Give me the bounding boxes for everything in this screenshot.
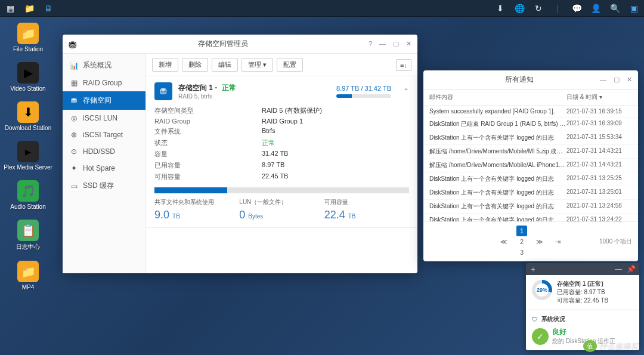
window-header[interactable]: 所有通知 — ▢ ✕ <box>423 70 638 89</box>
page-3[interactable]: 3 <box>516 247 527 258</box>
notif-msg: DiskStation 上有一个含有关键字 logged 的日志 <box>429 189 566 197</box>
config-button[interactable]: 配置 <box>277 58 303 72</box>
desktop-icon-mp4[interactable]: 📁 MP4 <box>7 261 49 291</box>
apps-icon[interactable]: ▦ <box>5 3 16 14</box>
sidebar-item-存储空间[interactable]: ⛃ 存储空间 <box>63 91 145 110</box>
col-content[interactable]: 邮件内容 <box>429 93 566 101</box>
desktop-icon-download-station[interactable]: ⬇ Download Station <box>7 101 49 131</box>
create-button[interactable]: 新增 <box>152 58 178 72</box>
notification-row[interactable]: DiskStation 上有一个含有关键字 logged 的日志 2021-07… <box>423 172 638 186</box>
sidebar-item-系统概况[interactable]: 📊 系统概况 <box>63 56 145 75</box>
add-icon[interactable]: ＋ <box>530 264 537 274</box>
storage-content: 新增 删除 编辑 管理 ▾ 配置 ≡↓ ⛃ 存储空间 1 - 正常 <box>146 54 417 273</box>
monitor-icon[interactable]: 🖥 <box>43 3 54 14</box>
sidebar-item-Hot Spare[interactable]: ✦ Hot Spare <box>63 160 145 177</box>
globe-icon[interactable]: 🌐 <box>514 3 525 14</box>
volume-sub: RAID 5, btrfs <box>178 93 236 100</box>
notif-msg: System successfully expanded [RAID Group… <box>429 108 566 115</box>
notification-row[interactable]: 解压缩 /home/Drive/Moments/Mobile/AL iPhone… <box>423 159 638 172</box>
minimize-icon[interactable]: — <box>379 40 386 48</box>
delete-button[interactable]: 删除 <box>182 58 208 72</box>
notification-row[interactable]: System successfully expanded [RAID Group… <box>423 106 638 118</box>
toolbar: 新增 删除 编辑 管理 ▾ 配置 ≡↓ <box>146 54 417 76</box>
sidebar-item-SSD 缓存[interactable]: ▭ SSD 缓存 <box>63 177 145 195</box>
volume-icon: ⛃ <box>154 82 172 100</box>
pager-last-icon[interactable]: ⇥ <box>552 236 563 247</box>
volume-usage: 8.97 TB / 31.42 TB <box>336 85 391 98</box>
desktop-icon-日志中心[interactable]: 📋 日志中心 <box>7 220 49 251</box>
icon-image: 📋 <box>17 220 39 241</box>
sidebar-label: HDD/SSD <box>83 147 115 156</box>
icon-label: Plex Media Server <box>4 164 52 171</box>
pin-icon[interactable]: 📌 <box>627 265 636 273</box>
notif-ts: 2021-07-31 16:39:15 <box>566 108 632 115</box>
col-date[interactable]: 日期 & 时间 ▾ <box>566 93 632 101</box>
desktop-icon-video-station[interactable]: ▶ Video Station <box>7 62 49 92</box>
maximize-icon[interactable]: ▢ <box>614 76 620 84</box>
kv-key: 可用容量 <box>154 172 262 181</box>
window-header[interactable]: ⛃ 存储空间管理员 ? — ▢ ✕ <box>63 35 417 54</box>
pager: ≪ 1 2 3 ≫ ⇥ 1000 个项目 <box>423 221 638 261</box>
desktop-icon-plex-media-server[interactable]: ▸ Plex Media Server <box>7 141 49 171</box>
sidebar-item-HDD/SSD[interactable]: ⊙ HDD/SSD <box>63 143 145 160</box>
app-icon: ⛃ <box>69 39 78 49</box>
sidebar-label: 系统概况 <box>83 60 112 70</box>
sidebar-item-iSCSI Target[interactable]: ⊕ iSCSI Target <box>63 126 145 143</box>
close-icon[interactable]: ✕ <box>627 76 632 84</box>
notif-ts: 2021-07-31 13:25:01 <box>566 189 632 197</box>
stat-label: 共享文件夹和系统使用 <box>154 198 239 206</box>
desktop-icon-audio-station[interactable]: 🎵 Audio Station <box>7 180 49 210</box>
icon-image: ⬇ <box>17 101 39 123</box>
icon-image: 📁 <box>17 261 39 282</box>
notif-msg: DiskStation 上有一个含有关键字 logged 的日志 <box>429 134 566 142</box>
check-icon: ✓ <box>532 328 549 345</box>
folder-icon[interactable]: 📁 <box>24 3 35 14</box>
stats-row: 共享文件夹和系统使用 9.0 TB LUN（一般文件） 0 Bytes 可用容量… <box>154 195 409 221</box>
refresh-icon[interactable]: ↻ <box>533 3 544 14</box>
edit-button[interactable]: 编辑 <box>212 58 238 72</box>
search-icon[interactable]: 🔍 <box>609 3 620 14</box>
kv-row: 容量 31.42 TB <box>154 149 409 160</box>
help-icon[interactable]: ? <box>369 40 372 48</box>
notification-row[interactable]: DiskStation 上有一个含有关键字 logged 的日志 2021-07… <box>423 214 638 221</box>
sidebar-item-iSCSI LUN[interactable]: ◎ iSCSI LUN <box>63 110 145 126</box>
notification-row[interactable]: 解压缩 /home/Drive/Moments/Mobile/MI 5.zip … <box>423 145 638 159</box>
notification-row[interactable]: DiskStation 上有一个含有关键字 logged 的日志 2021-07… <box>423 186 638 200</box>
chat-icon[interactable]: 💬 <box>571 3 582 14</box>
pager-first-icon[interactable]: ≪ <box>499 236 509 247</box>
user-icon[interactable]: 👤 <box>590 3 601 14</box>
close-icon[interactable]: ✕ <box>406 40 411 48</box>
maximize-icon[interactable]: ▢ <box>393 40 399 48</box>
health-status: 良好 <box>552 327 615 337</box>
widget-header[interactable]: ＋ — 📌 <box>526 263 639 275</box>
health-sub: 您的 DiskStation 运作正 <box>552 337 615 345</box>
notification-row[interactable]: DiskStation 上有一个含有关键字 logged 的日志 2021-07… <box>423 131 638 145</box>
sidebar-label: iSCSI Target <box>83 131 123 139</box>
storage-widget[interactable]: 29% 存储空间 1 (正常) 已用容量: 8.97 TB 可用容量: 22.4… <box>526 275 639 310</box>
desktop-icon-file-station[interactable]: 📁 File Station <box>7 23 49 53</box>
sidebar-item-RAID Group[interactable]: ▦ RAID Group <box>63 75 145 91</box>
pager-next-icon[interactable]: ≫ <box>534 236 545 247</box>
icon-label: Video Station <box>10 85 45 92</box>
sidebar-icon: 📊 <box>70 61 78 70</box>
page-1[interactable]: 1 <box>516 226 527 236</box>
donut-percent: 29% <box>535 283 549 297</box>
chevron-up-icon[interactable]: ⌃ <box>403 87 409 95</box>
health-widget[interactable]: 🛡 系统状况 ✓ 良好 您的 DiskStation 运作正 <box>526 310 639 350</box>
widgets-icon[interactable]: ▣ <box>628 3 639 14</box>
kv-row: 存储空间类型 RAID 5 (有数据保护) <box>154 105 409 116</box>
notification-list: System successfully expanded [RAID Group… <box>423 106 638 221</box>
download-icon[interactable]: ⬇ <box>495 3 506 14</box>
minimize-icon[interactable]: — <box>615 265 622 273</box>
sidebar-icon: ⊕ <box>70 131 78 139</box>
notif-msg: 解压缩 /home/Drive/Moments/Mobile/AL iPhone… <box>429 161 566 169</box>
notification-row[interactable]: DiskStation 上有一个含有关键字 logged 的日志 2021-07… <box>423 200 638 214</box>
stat-value: 0 Bytes <box>239 209 324 221</box>
kv-value: 31.42 TB <box>262 150 288 159</box>
sort-icon[interactable]: ≡↓ <box>396 59 411 71</box>
minimize-icon[interactable]: — <box>600 76 606 84</box>
page-2[interactable]: 2 <box>516 236 527 247</box>
notification-row[interactable]: DiskStation 已结束 RAID Group 1 (RAID 5, bt… <box>423 118 638 131</box>
manage-button[interactable]: 管理 ▾ <box>242 58 273 72</box>
icon-label: Audio Station <box>10 203 46 210</box>
